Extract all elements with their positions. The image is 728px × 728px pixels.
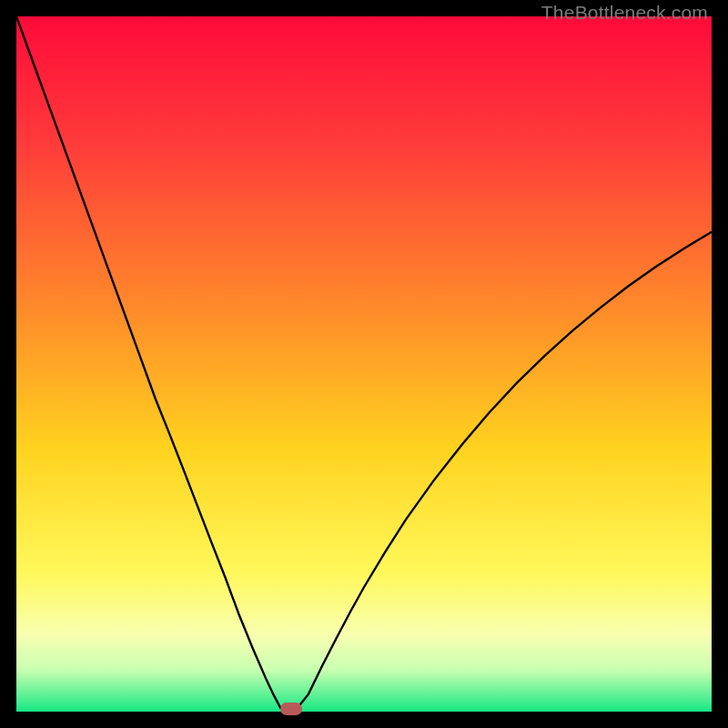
bottleneck-chart [16, 16, 712, 712]
chart-frame [16, 16, 712, 712]
watermark-text: TheBottleneck.com [541, 2, 708, 24]
gradient-background [16, 16, 712, 712]
optimum-marker [280, 703, 302, 715]
